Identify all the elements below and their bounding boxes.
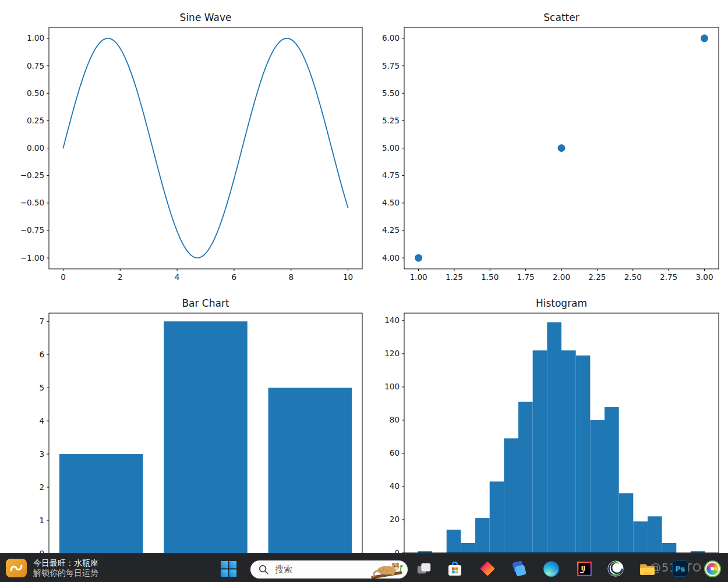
x-tick-label: 2.25 bbox=[588, 272, 606, 282]
y-tick-label: 3 bbox=[39, 449, 44, 459]
x-tick-label: 8 bbox=[288, 272, 294, 282]
bar-subplot: 01234567Bar Chart bbox=[39, 297, 362, 558]
photoshop-button[interactable]: Ps bbox=[670, 559, 690, 579]
y-tick-label: −0.25 bbox=[20, 171, 44, 180]
y-tick-label: 7 bbox=[39, 317, 44, 326]
x-tick-label: 1.75 bbox=[517, 272, 535, 282]
hist-bin bbox=[561, 350, 576, 553]
swirl-glyph bbox=[9, 562, 23, 574]
scatter-subplot: 1.001.251.501.752.002.252.502.753.004.00… bbox=[382, 12, 719, 282]
color-wheel-app-button[interactable] bbox=[702, 559, 722, 579]
scatter-point bbox=[415, 254, 422, 262]
hist-bin bbox=[447, 530, 461, 553]
news-swirl-icon bbox=[6, 559, 27, 577]
hist-bin bbox=[633, 521, 648, 553]
widgets-button[interactable]: 今日最旺：水瓶座 解锁你的每日运势 bbox=[1, 556, 103, 580]
y-tick-label: 80 bbox=[390, 415, 400, 424]
hist-bin bbox=[490, 481, 504, 553]
sine-subplot: 02468101.000.750.500.250.00−0.25−0.50−0.… bbox=[20, 12, 362, 282]
hist-bin bbox=[605, 407, 619, 553]
y-tick-label: 20 bbox=[390, 514, 400, 524]
x-tick-label: 3.00 bbox=[695, 272, 713, 282]
diamond-app-icon bbox=[478, 559, 497, 578]
windows-logo-icon bbox=[220, 560, 237, 577]
y-tick-label: 140 bbox=[384, 315, 400, 325]
y-tick-label: 0.25 bbox=[27, 116, 44, 125]
y-tick-label: 0.00 bbox=[27, 143, 44, 152]
y-tick-label: 5 bbox=[39, 383, 44, 392]
x-tick-label: 1.00 bbox=[410, 272, 427, 282]
y-tick-label: 4.50 bbox=[382, 198, 400, 207]
widget-text: 今日最旺：水瓶座 解锁你的每日运势 bbox=[33, 558, 98, 577]
ring-app-button[interactable] bbox=[606, 559, 625, 579]
bar bbox=[268, 388, 352, 553]
intellij-idea-icon: IJ bbox=[576, 560, 593, 577]
y-tick-label: 0.50 bbox=[27, 88, 44, 98]
y-tick-label: 120 bbox=[384, 349, 400, 358]
y-tick-label: 4.25 bbox=[382, 225, 400, 235]
y-tick-label: 6.00 bbox=[382, 33, 400, 42]
hist-bin bbox=[461, 543, 475, 553]
edge-browser-icon bbox=[542, 560, 560, 578]
microsoft-store-icon bbox=[446, 560, 464, 577]
hist-bin bbox=[504, 438, 518, 553]
y-tick-label: −0.75 bbox=[20, 225, 44, 235]
hist-bin bbox=[619, 493, 634, 553]
hist-title: Histogram bbox=[536, 297, 587, 309]
x-tick-label: 4 bbox=[175, 272, 180, 282]
y-tick-label: 4.00 bbox=[382, 253, 400, 262]
blue-squares-app-button[interactable] bbox=[509, 559, 529, 579]
hist-bin bbox=[547, 322, 561, 553]
scatter-point bbox=[701, 34, 708, 42]
bar-title: Bar Chart bbox=[182, 297, 229, 309]
x-tick-label: 2.00 bbox=[553, 272, 570, 282]
x-tick-label: 2.50 bbox=[624, 272, 642, 282]
hist-subplot: 020406080100120140Histogram bbox=[384, 297, 719, 558]
photoshop-icon: Ps bbox=[672, 560, 688, 577]
widget-headline: 今日最旺：水瓶座 bbox=[33, 558, 98, 568]
taskbar: @51CTO 今日最旺：水瓶座 解锁你的每日运势 bbox=[0, 553, 728, 582]
y-tick-label: 2 bbox=[39, 482, 44, 492]
x-tick-label: 6 bbox=[232, 272, 237, 282]
diamond-app-button[interactable] bbox=[478, 559, 497, 579]
color-wheel-app-icon bbox=[704, 560, 721, 577]
x-tick-label: 0 bbox=[61, 272, 66, 282]
search-box[interactable]: 搜索 bbox=[250, 560, 408, 579]
file-explorer-icon bbox=[638, 560, 656, 578]
y-tick-label: 1.00 bbox=[27, 33, 44, 42]
edge-browser-button[interactable] bbox=[541, 559, 561, 579]
y-tick-label: 6 bbox=[39, 350, 44, 359]
y-tick-label: −0.50 bbox=[20, 198, 44, 207]
axes-frame bbox=[49, 27, 362, 269]
microsoft-store-button[interactable] bbox=[445, 559, 465, 579]
bar bbox=[59, 454, 143, 553]
start-button[interactable] bbox=[218, 559, 238, 579]
task-view-icon bbox=[416, 560, 432, 577]
bar bbox=[164, 321, 247, 553]
hist-bin bbox=[662, 543, 677, 553]
y-tick-label: 5.50 bbox=[382, 88, 400, 98]
intellij-idea-button[interactable]: IJ bbox=[574, 559, 594, 579]
hist-bin bbox=[576, 356, 591, 553]
scatter-point bbox=[558, 144, 566, 152]
matplotlib-figure: 02468101.000.750.500.250.00−0.25−0.50−0.… bbox=[0, 0, 728, 559]
file-explorer-button[interactable] bbox=[637, 559, 657, 579]
x-tick-label: 2.75 bbox=[660, 272, 677, 282]
hist-bin bbox=[533, 350, 547, 553]
y-tick-label: 4.75 bbox=[382, 171, 400, 180]
y-tick-label: 40 bbox=[390, 481, 400, 491]
search-highlight-cougar-image bbox=[370, 559, 405, 580]
y-tick-label: 5.25 bbox=[382, 116, 400, 125]
x-tick-label: 2 bbox=[118, 272, 123, 282]
y-tick-label: −1.00 bbox=[20, 253, 44, 262]
y-tick-label: 4 bbox=[39, 416, 44, 425]
svg-text:IJ: IJ bbox=[581, 565, 585, 571]
task-view-button[interactable] bbox=[414, 559, 434, 579]
scatter-title: Scatter bbox=[543, 12, 579, 23]
hist-bin bbox=[475, 518, 490, 553]
x-tick-label: 1.50 bbox=[481, 272, 499, 282]
hist-bin bbox=[518, 402, 533, 553]
y-tick-label: 0.75 bbox=[27, 61, 44, 70]
y-tick-label: 1 bbox=[39, 516, 44, 525]
search-label: 搜索 bbox=[275, 564, 292, 575]
